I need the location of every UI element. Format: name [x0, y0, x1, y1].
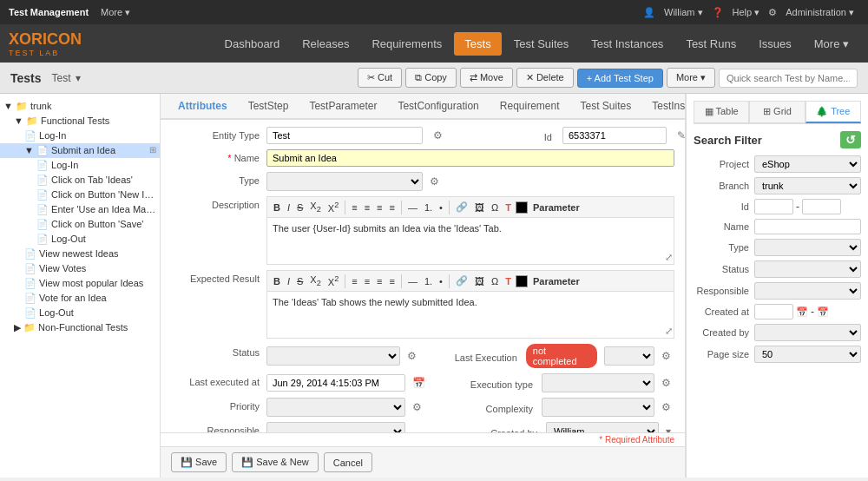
filter-status-select[interactable] [754, 260, 861, 278]
priority-settings-icon[interactable]: ⚙ [409, 399, 425, 415]
tree-item-view-popular[interactable]: 📄 View most popular Ideas [0, 276, 160, 291]
filter-name-input[interactable] [754, 219, 861, 234]
last-execution-select[interactable] [604, 346, 654, 366]
filter-created-at-cal1[interactable]: 📅 [796, 306, 808, 318]
er-strikethrough-btn[interactable]: S [294, 275, 306, 287]
entity-type-input[interactable] [266, 127, 423, 144]
execution-type-settings-icon[interactable]: ⚙ [658, 375, 674, 391]
entity-type-arrow[interactable]: ▾ [76, 72, 81, 84]
align-right-btn[interactable]: ≡ [374, 201, 385, 214]
last-executed-input[interactable] [266, 374, 405, 392]
nav-requirements[interactable]: Requirements [361, 32, 452, 56]
nav-test-runs[interactable]: Test Runs [675, 32, 746, 56]
help-menu[interactable]: Help ▾ [727, 7, 766, 18]
more-button[interactable]: More ▾ [667, 68, 715, 88]
refresh-button[interactable]: ↺ [840, 131, 861, 148]
admin-menu[interactable]: Administration ▾ [780, 7, 859, 18]
er-color-picker[interactable] [516, 275, 528, 287]
ordered-list-btn[interactable]: 1. [422, 201, 435, 214]
filter-created-at-cal2[interactable]: 📅 [817, 306, 829, 318]
color-picker[interactable] [516, 201, 528, 214]
type-select[interactable] [266, 172, 423, 191]
tree-item-non-functional[interactable]: ▶ 📁 Non-Functional Tests [0, 320, 160, 335]
unordered-list-btn[interactable]: • [437, 201, 445, 214]
nav-issues[interactable]: Issues [748, 32, 802, 56]
expected-result-expand-icon[interactable]: ⤢ [665, 326, 673, 337]
filter-id-to[interactable] [802, 199, 841, 214]
tab-attributes[interactable]: Attributes [168, 94, 238, 120]
filter-branch-select[interactable]: trunk [754, 177, 861, 194]
type-settings-icon[interactable]: ⚙ [426, 174, 443, 189]
align-justify-btn[interactable]: ≡ [387, 201, 398, 214]
execution-type-select[interactable] [542, 373, 654, 392]
tab-teststep[interactable]: TestStep [238, 94, 299, 120]
tree-item-trunk[interactable]: ▼ 📁 trunk [0, 99, 160, 114]
view-tab-tree[interactable]: 🌲 Tree [806, 101, 861, 123]
delete-button[interactable]: ✕ Delete [516, 68, 574, 88]
last-execution-settings-icon[interactable]: ⚙ [658, 348, 674, 364]
er-hr-btn[interactable]: — [405, 275, 420, 287]
er-image-btn[interactable]: 🖼 [472, 275, 487, 287]
nav-tests[interactable]: Tests [454, 32, 501, 56]
last-executed-cal-icon[interactable]: 📅 [409, 375, 429, 391]
view-tab-table[interactable]: ▦ Table [694, 101, 749, 123]
filter-created-by-select[interactable] [754, 324, 861, 341]
user-menu[interactable]: William ▾ [659, 7, 708, 18]
expected-result-content[interactable]: The 'Ideas' Tab shows the newly submitte… [266, 291, 674, 339]
tree-item-click-btn-new[interactable]: 📄 Click on Button 'New Idea' [0, 188, 160, 202]
filter-id-from[interactable] [754, 199, 793, 214]
tree-item-view-newest[interactable]: 📄 View newest Ideas [0, 247, 160, 261]
tab-testinstance[interactable]: TestInstance [641, 94, 685, 120]
filter-type-select[interactable] [754, 239, 861, 256]
created-by-select[interactable]: William [546, 422, 659, 432]
tab-testsuites[interactable]: Test Suites [570, 94, 642, 120]
view-tab-grid[interactable]: ⊞ Grid [749, 101, 805, 123]
responsible-select[interactable] [266, 422, 405, 432]
filter-project-select[interactable]: eShop [754, 155, 861, 173]
subscript-btn[interactable]: X2 [307, 200, 323, 214]
tree-item-login-1[interactable]: 📄 Log-In [0, 128, 160, 143]
nav-test-suites[interactable]: Test Suites [503, 32, 580, 56]
tree-item-view-votes[interactable]: 📄 View Votes [0, 261, 160, 276]
search-input[interactable] [719, 69, 858, 88]
copy-button[interactable]: ⧉ Copy [405, 68, 457, 88]
save-button[interactable]: 💾 Save [171, 452, 227, 472]
move-button[interactable]: ⇄ Move [460, 68, 513, 88]
status-settings-icon[interactable]: ⚙ [404, 348, 420, 364]
er-align-center-btn[interactable]: ≡ [362, 275, 372, 287]
name-input[interactable] [266, 149, 674, 167]
nav-dashboard[interactable]: Dashboard [214, 32, 291, 56]
er-align-left-btn[interactable]: ≡ [349, 275, 359, 287]
er-italic-btn[interactable]: I [285, 275, 293, 287]
tree-item-submit-idea[interactable]: ▼ 📄 Submit an Idea ⊞ [0, 143, 160, 158]
tab-requirement[interactable]: Requirement [490, 94, 570, 120]
filter-pagesize-select[interactable]: 50 25 100 [754, 346, 861, 363]
cut-button[interactable]: ✂ Cut [358, 68, 402, 88]
add-test-step-button[interactable]: + Add Test Step [577, 69, 663, 88]
tree-toggle-submit[interactable]: ▼ [24, 145, 34, 155]
superscript-btn[interactable]: X2 [326, 200, 341, 214]
filter-responsible-select[interactable] [754, 282, 861, 300]
bold-btn[interactable]: B [271, 201, 283, 214]
complexity-select[interactable] [542, 398, 654, 417]
tree-item-functional[interactable]: ▼ 📁 Functional Tests [0, 114, 160, 128]
er-source-btn[interactable]: T [503, 275, 514, 287]
tab-testconfiguration[interactable]: TestConfiguration [387, 94, 489, 120]
source-btn[interactable]: T [503, 201, 514, 214]
strikethrough-btn[interactable]: S [294, 201, 306, 214]
er-special-btn[interactable]: Ω [489, 275, 501, 287]
nav-test-instances[interactable]: Test Instances [581, 32, 674, 56]
special-btn[interactable]: Ω [489, 201, 501, 214]
tab-testparameter[interactable]: TestParameter [299, 94, 387, 120]
hr-btn[interactable]: — [405, 201, 420, 214]
edit-icon[interactable]: ✎ [674, 128, 685, 143]
italic-btn[interactable]: I [285, 201, 293, 214]
er-ul-btn[interactable]: • [437, 275, 445, 287]
priority-select[interactable] [266, 398, 405, 417]
description-content[interactable]: The user {User-Id} submits an Idea via t… [266, 217, 674, 265]
filter-created-at-from[interactable] [754, 304, 793, 320]
tree-item-login-2[interactable]: 📄 Log-In [0, 158, 160, 173]
tree-item-click-save[interactable]: 📄 Click on Button 'Save' [0, 217, 160, 232]
align-center-btn[interactable]: ≡ [362, 201, 372, 214]
tree-item-logout-2[interactable]: 📄 Log-Out [0, 306, 160, 320]
